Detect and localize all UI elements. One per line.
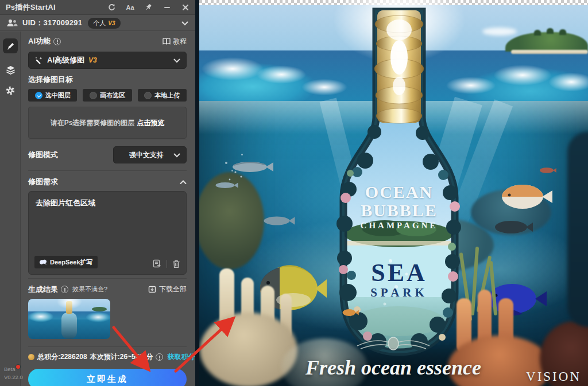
target-option-local-upload[interactable]: 本地上传 bbox=[138, 89, 187, 102]
info-icon[interactable] bbox=[156, 353, 163, 361]
ai-function-select[interactable]: AI高级修图 V3 bbox=[28, 52, 187, 69]
thumb-wave bbox=[82, 310, 110, 324]
target-option-label: 本地上传 bbox=[154, 91, 180, 100]
preview-hint-text: 请在Ps选择需要修图的图层 bbox=[51, 118, 135, 128]
trash-icon[interactable] bbox=[172, 260, 180, 268]
users-icon bbox=[7, 19, 18, 27]
requirement-header: 修图需求 bbox=[28, 170, 187, 187]
results-label: 生成结果 bbox=[28, 284, 58, 295]
download-all-label: 下载全部 bbox=[159, 284, 187, 294]
plugin-panel: Ps插件StartAI Aa UID：317009291 bbox=[0, 0, 195, 386]
pin-icon[interactable] bbox=[144, 3, 153, 11]
canvas-left-edge bbox=[195, 0, 199, 386]
tool-edit[interactable] bbox=[3, 38, 18, 53]
tutorial-label: 教程 bbox=[173, 37, 187, 46]
account-row[interactable]: UID：317009291 个人 V3 bbox=[0, 15, 195, 31]
download-icon bbox=[148, 286, 156, 293]
poster-logo: VISION bbox=[495, 369, 581, 384]
ai-function-header: AI功能 教程 bbox=[28, 36, 187, 47]
whale-icon bbox=[39, 259, 47, 266]
target-option-canvas-selection[interactable]: 画布选区 bbox=[83, 89, 131, 102]
titlebar-icons: Aa bbox=[107, 3, 189, 11]
tool-settings[interactable] bbox=[3, 83, 18, 98]
tutorial-link[interactable]: 教程 bbox=[163, 37, 187, 46]
gear-icon bbox=[6, 86, 15, 95]
result-thumbnail[interactable] bbox=[28, 299, 110, 339]
plan-version: V3 bbox=[108, 20, 115, 26]
plan-name: 个人 bbox=[93, 19, 106, 28]
version-label: V0.22.0 bbox=[4, 374, 23, 380]
poster-headline-1: OCEAN bbox=[342, 182, 457, 202]
app-window: Ps插件StartAI Aa UID：317009291 bbox=[0, 0, 588, 386]
target-option-selected-layer[interactable]: 选中图层 bbox=[28, 89, 77, 102]
panel-content: AI功能 教程 AI高级修图 V3 选择修图目标 选中图层 bbox=[21, 31, 195, 386]
pencil-icon bbox=[6, 42, 15, 50]
beta-label: Beta bbox=[4, 365, 16, 373]
poster-tagline: Fresh ocean essence bbox=[273, 356, 514, 380]
thumb-bottle-neck bbox=[66, 301, 72, 314]
panel-title: Ps插件StartAI bbox=[6, 2, 56, 13]
requirement-actions bbox=[152, 259, 180, 268]
target-options: 选中图层 画布选区 本地上传 bbox=[28, 89, 187, 102]
generate-button[interactable]: 立即生成 bbox=[28, 369, 187, 386]
target-section-label: 选择修图目标 bbox=[28, 75, 187, 85]
mode-label: 修图模式 bbox=[28, 150, 58, 160]
radio-unchecked-icon bbox=[90, 92, 97, 99]
history-paste-icon[interactable] bbox=[152, 259, 161, 268]
requirement-text[interactable]: 去除图片红色区域 bbox=[36, 198, 179, 208]
titlebar: Ps插件StartAI Aa bbox=[0, 0, 195, 15]
estimate-credits: 本次预计:26~55积分 bbox=[90, 352, 153, 362]
notification-dot bbox=[16, 365, 20, 369]
layers-icon bbox=[6, 65, 16, 75]
tool-strip: Beta V0.22.0 bbox=[0, 32, 21, 386]
radio-unchecked-icon bbox=[144, 92, 152, 99]
radio-checked-icon bbox=[35, 92, 42, 99]
chevron-down-icon[interactable] bbox=[181, 18, 188, 28]
target-option-label: 画布选区 bbox=[100, 91, 125, 100]
poster-headline-2: BUBBLE bbox=[342, 201, 457, 220]
results-header: 生成结果 效果不满意? 下载全部 bbox=[28, 278, 187, 295]
divider bbox=[167, 260, 167, 268]
target-option-label: 选中图层 bbox=[45, 91, 71, 100]
info-icon[interactable] bbox=[61, 286, 68, 293]
photoshop-canvas: OCEAN BUBBLE CHAMPAGNE SEA SPARK Fresh o… bbox=[195, 0, 588, 386]
thumb-bottle-body bbox=[61, 313, 77, 339]
preview-link[interactable]: 点击预览 bbox=[137, 118, 164, 128]
poster-brand-1: SEA bbox=[342, 258, 457, 287]
coin-icon bbox=[28, 354, 34, 360]
chevron-down-icon bbox=[173, 150, 180, 160]
credits-row: 总积分:2286208 本次预计:26~55积分 获取积分 bbox=[28, 346, 187, 362]
download-all-button[interactable]: 下载全部 bbox=[148, 284, 187, 294]
font-size-icon[interactable]: Aa bbox=[126, 3, 134, 11]
chevron-up-icon[interactable] bbox=[180, 177, 187, 187]
get-credits-link[interactable]: 获取积分 bbox=[167, 352, 195, 362]
mode-section: 修图模式 强中文支持 bbox=[28, 139, 187, 170]
requirement-input[interactable]: 去除图片红色区域 DeepSeek扩写 bbox=[28, 191, 187, 275]
deepseek-label: DeepSeek扩写 bbox=[50, 258, 93, 267]
mode-select[interactable]: 强中文支持 bbox=[113, 146, 187, 163]
poster-brand-2: SPARK bbox=[342, 286, 457, 300]
mode-value: 强中文支持 bbox=[129, 150, 164, 160]
selected-function: AI高级修图 bbox=[47, 55, 84, 65]
layer-preview-box: 请在Ps选择需要修图的图层 点击预览 bbox=[28, 107, 187, 139]
ai-function-label: AI功能 bbox=[28, 36, 51, 46]
close-icon[interactable] bbox=[181, 3, 189, 11]
info-icon[interactable] bbox=[53, 38, 61, 45]
chevron-down-icon bbox=[173, 55, 180, 65]
book-icon bbox=[163, 38, 171, 45]
magic-wand-icon bbox=[34, 56, 43, 65]
total-credits: 总积分:2286208 bbox=[37, 352, 87, 362]
uid-text: UID：317009291 bbox=[22, 18, 82, 28]
tool-layers[interactable] bbox=[3, 63, 18, 77]
deepseek-expand-button[interactable]: DeepSeek扩写 bbox=[34, 256, 98, 268]
minimize-icon[interactable] bbox=[163, 3, 171, 11]
plan-badge: 个人 V3 bbox=[88, 18, 120, 29]
requirement-label: 修图需求 bbox=[28, 177, 58, 187]
feedback-hint: 效果不满意? bbox=[72, 285, 107, 294]
refresh-icon[interactable] bbox=[107, 3, 116, 11]
selected-function-version: V3 bbox=[88, 56, 97, 64]
poster-headline-3: CHAMPAGNE bbox=[342, 221, 457, 231]
